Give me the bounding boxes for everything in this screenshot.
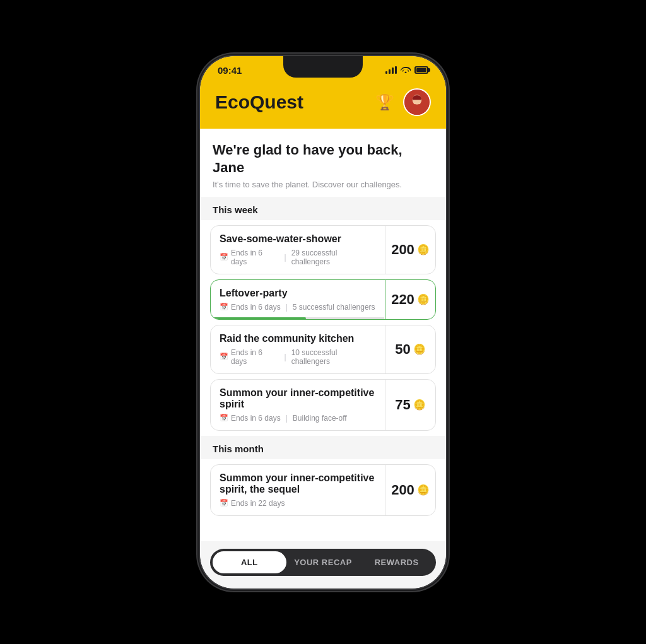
ends-in-3: 📅 Ends in 6 days: [220, 348, 279, 366]
app-header: EcoQuest 🏆: [200, 81, 446, 129]
avatar[interactable]: [403, 88, 431, 116]
card-content-5: Summon your inner-competitive spirit, th…: [211, 465, 385, 515]
calendar-icon-1: 📅: [220, 253, 228, 261]
ends-in-1: 📅 Ends in 6 days: [220, 249, 279, 266]
challenge-card-1[interactable]: Save-some-water-shower 📅 Ends in 6 days …: [210, 225, 436, 274]
card-title-3: Raid the community kitchen: [220, 333, 376, 344]
calendar-icon-5: 📅: [220, 499, 228, 507]
progress-bar-2: [211, 317, 384, 319]
challenge-card-2[interactable]: Leftover-party 📅 Ends in 6 days | 5 succ…: [210, 279, 436, 320]
card-content-2: Leftover-party 📅 Ends in 6 days | 5 succ…: [211, 280, 385, 319]
phone-frame: 09:41 EcoQuest 🏆: [200, 56, 446, 588]
card-content-3: Raid the community kitchen 📅 Ends in 6 d…: [211, 325, 385, 373]
card-reward-4: 75 🪙: [385, 380, 435, 430]
main-content: We're glad to have you back, Jane It's t…: [200, 129, 446, 541]
welcome-section: We're glad to have you back, Jane It's t…: [200, 129, 446, 197]
svg-point-2: [409, 103, 425, 115]
bottom-nav: ALL YOUR RECAP REWARDS: [200, 541, 446, 588]
trophy-icon[interactable]: 🏆: [375, 93, 394, 111]
ends-in-4: 📅 Ends in 6 days: [220, 414, 281, 423]
battery-icon: [414, 66, 428, 74]
welcome-title: We're glad to have you back, Jane: [213, 141, 433, 177]
header-actions: 🏆: [375, 88, 431, 116]
card-meta-1: 📅 Ends in 6 days | 29 successful challen…: [220, 249, 376, 266]
ends-in-5: 📅 Ends in 22 days: [220, 499, 285, 508]
card-reward-1: 200 🪙: [385, 226, 435, 274]
card-title-4: Summon your inner-competitive spirit: [220, 387, 376, 410]
coin-icon-5: 🪙: [417, 484, 430, 496]
welcome-subtitle: It's time to save the planet. Discover o…: [213, 180, 433, 189]
card-meta-3: 📅 Ends in 6 days | 10 successful challen…: [220, 348, 376, 366]
wifi-icon: [401, 66, 411, 75]
card-content-1: Save-some-water-shower 📅 Ends in 6 days …: [211, 226, 385, 274]
notch: [283, 56, 363, 78]
calendar-icon-3: 📅: [220, 353, 228, 361]
card-reward-5: 200 🪙: [385, 465, 435, 515]
coin-icon-3: 🪙: [413, 343, 426, 355]
app-title: EcoQuest: [215, 91, 303, 113]
section-label-week: This week: [200, 197, 446, 220]
phone-screen: 09:41 EcoQuest 🏆: [200, 56, 446, 588]
calendar-icon-4: 📅: [220, 414, 228, 422]
card-title-1: Save-some-water-shower: [220, 233, 376, 245]
section-label-month: This month: [200, 436, 446, 459]
tab-rewards[interactable]: REWARDS: [360, 551, 433, 573]
card-meta-5: 📅 Ends in 22 days: [220, 499, 376, 508]
challenge-card-5[interactable]: Summon your inner-competitive spirit, th…: [210, 464, 436, 516]
status-time: 09:41: [218, 65, 242, 76]
coin-icon-4: 🪙: [413, 399, 426, 411]
card-title-5: Summon your inner-competitive spirit, th…: [220, 472, 376, 495]
card-reward-2: 220 🪙: [385, 280, 435, 319]
card-content-4: Summon your inner-competitive spirit 📅 E…: [211, 380, 385, 430]
signal-icon: [385, 66, 397, 74]
card-meta-2: 📅 Ends in 6 days | 5 successful challeng…: [220, 303, 376, 312]
coin-icon-2: 🪙: [417, 293, 430, 305]
tab-all[interactable]: ALL: [213, 551, 286, 573]
status-icons: [385, 66, 428, 75]
nav-tabs: ALL YOUR RECAP REWARDS: [210, 549, 436, 576]
coin-icon-1: 🪙: [417, 243, 430, 255]
challenge-card-3[interactable]: Raid the community kitchen 📅 Ends in 6 d…: [210, 325, 436, 374]
challenge-card-4[interactable]: Summon your inner-competitive spirit 📅 E…: [210, 379, 436, 431]
card-reward-3: 50 🪙: [385, 325, 435, 373]
ends-in-2: 📅 Ends in 6 days: [220, 303, 281, 312]
calendar-icon-2: 📅: [220, 303, 228, 311]
card-title-2: Leftover-party: [220, 288, 376, 299]
card-meta-4: 📅 Ends in 6 days | Building face-off: [220, 414, 376, 423]
tab-recap[interactable]: YOUR RECAP: [286, 551, 360, 573]
